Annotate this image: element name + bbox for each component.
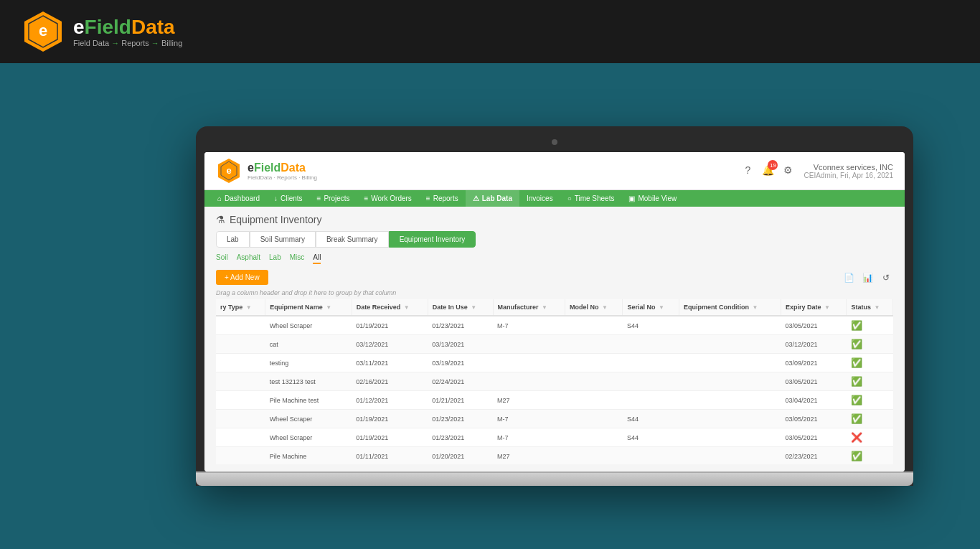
filter-all[interactable]: All xyxy=(313,252,321,264)
nav-item-mobileview[interactable]: ▣ Mobile View xyxy=(621,190,684,207)
banner-logo: e eFieldData Field Data → Reports → Bill… xyxy=(22,10,182,53)
svg-text:e: e xyxy=(226,165,231,176)
nav-item-labdata[interactable]: ⚠ Lab Data xyxy=(466,190,519,207)
cell-serial-no xyxy=(623,447,679,465)
filter-misc[interactable]: Misc xyxy=(290,252,305,264)
cell-status: ✅ xyxy=(847,354,893,372)
nav-item-dashboard[interactable]: ⌂ Dashboard xyxy=(210,190,267,207)
col-status[interactable]: Status ▼ xyxy=(847,299,893,316)
nav-label-mobileview: Mobile View xyxy=(638,194,677,202)
nav-label-invoices: Invoices xyxy=(527,194,553,202)
cell-date-in-use: 03/19/2021 xyxy=(428,354,493,372)
cell-type xyxy=(216,316,265,335)
cell-date-received: 01/19/2021 xyxy=(352,410,428,428)
cell-status: ✅ xyxy=(847,335,893,354)
cell-date-received: 01/12/2021 xyxy=(352,391,428,410)
cell-type xyxy=(216,391,265,410)
banner-hex-icon: e xyxy=(22,10,65,53)
col-expiry-date[interactable]: Expiry Date ▼ xyxy=(781,299,847,316)
col-equipment-condition[interactable]: Equipment Condition ▼ xyxy=(679,299,781,316)
app-hex-icon: e xyxy=(216,158,242,184)
cell-serial-no: S44 xyxy=(623,316,679,335)
export-excel-icon[interactable]: 📊 xyxy=(860,271,875,285)
cell-serial-no xyxy=(623,354,679,372)
sub-tab-break-summary[interactable]: Break Summary xyxy=(316,231,389,248)
status-icon: ✅ xyxy=(851,376,862,387)
banner-title: eFieldData xyxy=(73,16,182,39)
col-manufacturer[interactable]: Manufacturer ▼ xyxy=(493,299,565,316)
cell-date-in-use: 01/20/2021 xyxy=(428,447,493,465)
add-new-button[interactable]: + Add New xyxy=(216,270,268,285)
header-user-info: Vconnex services, INC CEIAdmin, Fri, Apr… xyxy=(804,163,893,179)
col-date-received[interactable]: Date Received ▼ xyxy=(352,299,428,316)
nav-item-invoices[interactable]: Invoices xyxy=(519,190,560,207)
drag-hint: Drag a column header and drop it here to… xyxy=(216,289,893,296)
cell-serial-no xyxy=(623,335,679,354)
sub-tab-lab[interactable]: Lab xyxy=(216,231,250,248)
cell-model-no xyxy=(565,447,623,465)
nav-label-reports: Reports xyxy=(433,194,458,202)
cell-manufacturer: M-7 xyxy=(493,316,565,335)
app-logo: e eFieldData FieldData · Reports · Billi… xyxy=(216,158,317,184)
filter-tabs: Soil Asphalt Lab Misc All xyxy=(216,252,893,264)
app-subtitle: FieldData · Reports · Billing xyxy=(248,174,317,181)
cell-model-no xyxy=(565,428,623,447)
cell-date-in-use: 01/23/2021 xyxy=(428,428,493,447)
help-icon[interactable]: ? xyxy=(740,163,755,177)
dashboard-icon: ⌂ xyxy=(217,194,222,202)
col-equipment-name[interactable]: Equipment Name ▼ xyxy=(265,299,352,316)
cell-condition xyxy=(679,354,781,372)
status-icon: ✅ xyxy=(851,339,862,349)
col-serial-no[interactable]: Serial No ▼ xyxy=(623,299,679,316)
nav-item-clients[interactable]: ↓ Clients xyxy=(267,190,310,207)
cell-status: ❌ xyxy=(847,428,893,447)
filter-soil[interactable]: Soil xyxy=(216,252,228,264)
notification-icon[interactable]: 🔔 19 xyxy=(760,163,775,177)
nav-item-timesheets[interactable]: ○ Time Sheets xyxy=(560,190,622,207)
mobileview-icon: ▣ xyxy=(628,194,635,202)
cell-date-received: 01/11/2021 xyxy=(352,447,428,465)
nav-item-workorders[interactable]: ≡ Work Orders xyxy=(357,190,419,207)
nav-label-clients: Clients xyxy=(281,194,303,202)
status-icon: ✅ xyxy=(851,357,862,368)
cell-name: Wheel Scraper xyxy=(265,316,352,335)
page-title-text: Equipment Inventory xyxy=(230,214,321,225)
sub-tab-soil-summary[interactable]: Soil Summary xyxy=(250,231,316,248)
filter-asphalt[interactable]: Asphalt xyxy=(237,252,260,264)
refresh-icon[interactable]: ↺ xyxy=(879,271,893,285)
col-type[interactable]: ry Type ▼ xyxy=(216,299,265,316)
filter-lab[interactable]: Lab xyxy=(269,252,281,264)
table-wrapper[interactable]: ry Type ▼ Equipment Name ▼ Date Received… xyxy=(216,299,893,464)
nav-label-labdata: Lab Data xyxy=(482,194,512,202)
cell-type xyxy=(216,354,265,372)
main-nav: ⌂ Dashboard ↓ Clients ≡ Projects ≡ Work … xyxy=(204,190,905,207)
labdata-icon: ⚠ xyxy=(473,194,479,202)
cell-date-in-use: 03/13/2021 xyxy=(428,335,493,354)
cell-type xyxy=(216,447,265,465)
company-name: Vconnex services, INC xyxy=(804,163,893,172)
cell-type xyxy=(216,335,265,354)
app-header: e eFieldData FieldData · Reports · Billi… xyxy=(204,152,905,190)
settings-icon[interactable]: ⚙ xyxy=(781,163,795,177)
cell-name: Wheel Scraper xyxy=(265,428,352,447)
nav-item-reports[interactable]: ≡ Reports xyxy=(419,190,466,207)
col-date-in-use[interactable]: Date In Use ▼ xyxy=(428,299,493,316)
status-icon: ✅ xyxy=(851,451,862,461)
cell-date-received: 03/12/2021 xyxy=(352,335,428,354)
export-pdf-icon[interactable]: 📄 xyxy=(842,271,856,285)
laptop-frame: e eFieldData FieldData · Reports · Billi… xyxy=(196,126,913,486)
app-logo-text: eFieldData FieldData · Reports · Billing xyxy=(248,161,317,181)
table-body: Wheel Scraper 01/19/2021 01/23/2021 M-7 … xyxy=(216,316,893,464)
sub-tab-equipment-inventory[interactable]: Equipment Inventory xyxy=(389,231,476,248)
table-row: Wheel Scraper 01/19/2021 01/23/2021 M-7 … xyxy=(216,410,893,428)
status-icon: ❌ xyxy=(851,432,862,443)
col-model-no[interactable]: Model No ▼ xyxy=(565,299,623,316)
cell-name: cat xyxy=(265,335,352,354)
cell-condition xyxy=(679,428,781,447)
cell-name: Wheel Scraper xyxy=(265,410,352,428)
header-icons: ? 🔔 19 ⚙ xyxy=(740,163,795,177)
cell-expiry-date: 03/04/2021 xyxy=(781,391,847,410)
cell-status: ✅ xyxy=(847,316,893,335)
nav-item-projects[interactable]: ≡ Projects xyxy=(310,190,357,207)
banner-logo-text: eFieldData Field Data → Reports → Billin… xyxy=(73,16,182,47)
